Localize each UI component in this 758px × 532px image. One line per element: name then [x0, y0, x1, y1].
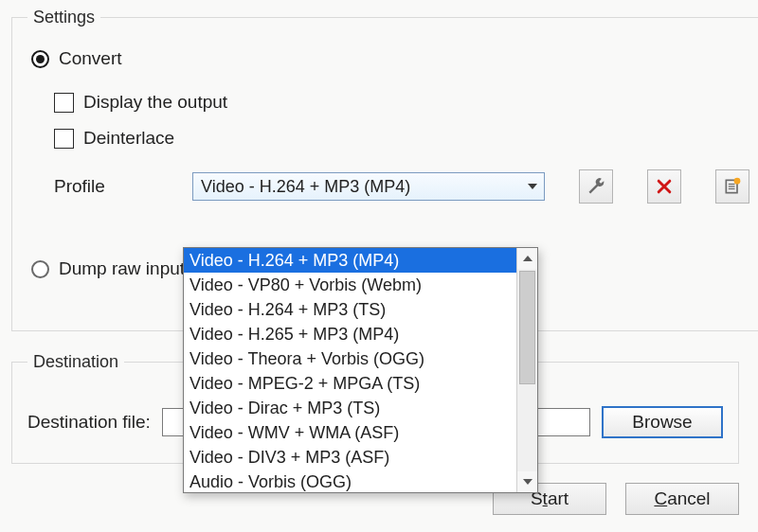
wrench-icon — [587, 177, 605, 196]
profile-dropdown-items: Video - H.264 + MP3 (MP4) Video - VP80 +… — [184, 248, 516, 492]
profile-combobox[interactable]: Video - H.264 + MP3 (MP4) — [192, 172, 545, 201]
convert-radio[interactable]: Convert — [31, 48, 749, 69]
edit-profile-button[interactable] — [579, 169, 613, 204]
new-profile-button[interactable] — [715, 169, 749, 204]
profile-option[interactable]: Video - H.265 + MP3 (MP4) — [184, 322, 516, 346]
profile-selected-text: Video - H.264 + MP3 (MP4) — [201, 177, 410, 197]
profile-option[interactable]: Video - H.264 + MP3 (TS) — [184, 297, 516, 322]
profile-option[interactable]: Video - Dirac + MP3 (TS) — [184, 396, 516, 420]
destination-legend: Destination — [27, 352, 124, 372]
browse-button[interactable]: Browse — [602, 406, 723, 438]
delete-profile-button[interactable] — [647, 169, 681, 204]
destination-file-label: Destination file: — [27, 412, 151, 433]
profile-label: Profile — [54, 176, 166, 197]
convert-label: Convert — [59, 48, 122, 69]
radio-icon — [31, 260, 49, 278]
profile-option[interactable]: Video - H.264 + MP3 (MP4) — [184, 248, 516, 273]
deinterlace-label: Deinterlace — [83, 128, 174, 149]
new-profile-icon — [723, 177, 742, 196]
profile-option[interactable]: Video - Theora + Vorbis (OGG) — [184, 346, 516, 371]
display-output-label: Display the output — [83, 92, 227, 113]
profile-option[interactable]: Video - DIV3 + MP3 (ASF) — [184, 445, 516, 470]
cancel-button[interactable]: Cancel — [625, 483, 739, 515]
profile-row: Profile Video - H.264 + MP3 (MP4) — [54, 169, 749, 204]
dump-raw-label: Dump raw input — [59, 258, 185, 279]
delete-icon — [655, 177, 674, 196]
chevron-down-icon — [523, 479, 532, 485]
checkbox-icon — [54, 129, 74, 149]
profile-option[interactable]: Audio - Vorbis (OGG) — [184, 470, 516, 492]
profile-option[interactable]: Video - MPEG-2 + MPGA (TS) — [184, 371, 516, 396]
checkbox-icon — [54, 93, 74, 113]
chevron-down-icon — [528, 184, 537, 189]
radio-icon — [31, 50, 49, 68]
chevron-up-icon — [523, 256, 532, 261]
settings-legend: Settings — [27, 8, 100, 27]
profile-dropdown-list[interactable]: Video - H.264 + MP3 (MP4) Video - VP80 +… — [183, 247, 538, 493]
deinterlace-checkbox[interactable]: Deinterlace — [54, 128, 749, 149]
scrollbar[interactable] — [516, 248, 537, 492]
display-output-checkbox[interactable]: Display the output — [54, 92, 749, 113]
profile-option[interactable]: Video - VP80 + Vorbis (Webm) — [184, 273, 516, 297]
scrollbar-thumb[interactable] — [519, 271, 535, 384]
svg-point-4 — [734, 178, 741, 185]
scroll-down-button[interactable] — [517, 471, 537, 492]
profile-option[interactable]: Video - WMV + WMA (ASF) — [184, 420, 516, 445]
scroll-up-button[interactable] — [517, 248, 537, 269]
